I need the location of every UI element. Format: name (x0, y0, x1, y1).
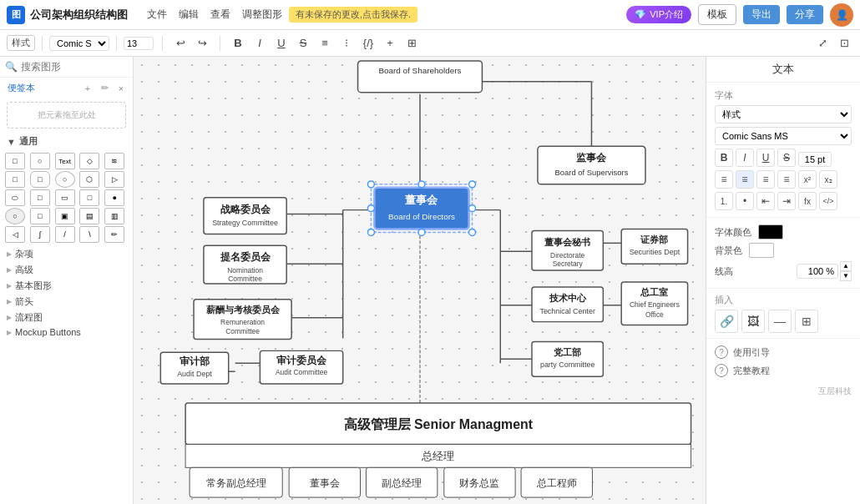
insert-hr-button[interactable]: — (768, 310, 792, 333)
font-style-selector[interactable]: 样式 (715, 105, 852, 123)
rp-bold-button[interactable]: B (715, 149, 733, 167)
avatar[interactable]: 👤 (830, 3, 853, 27)
section-mockup[interactable]: Mockup Buttons (7, 325, 126, 339)
font-color-swatch[interactable] (758, 224, 783, 239)
align-button[interactable]: ≡ (316, 34, 334, 53)
shape-ellipse[interactable]: ○ (55, 171, 75, 188)
section-arrows[interactable]: 箭头 (7, 294, 126, 310)
rp-list-ordered-button[interactable]: 1. (715, 192, 733, 210)
collapse-button[interactable]: ⊡ (835, 34, 853, 53)
insert-table-button[interactable]: ⊞ (795, 310, 818, 333)
rp-underline-button[interactable]: U (756, 149, 775, 167)
fullscreen-button[interactable]: ⤢ (813, 34, 832, 53)
insert-button[interactable]: + (381, 34, 399, 53)
right-panel-title: 文本 (706, 57, 860, 83)
shape-rect9[interactable]: ▤ (79, 208, 99, 224)
section-flowchart[interactable]: 流程图 (7, 310, 126, 325)
menu-edit[interactable]: 编辑 (179, 8, 199, 22)
help-tutorial-item[interactable]: ? 完整教程 (715, 364, 852, 377)
shape-curve[interactable]: ∫ (30, 226, 50, 243)
rp-strikethrough-button[interactable]: S (777, 149, 796, 167)
insert-image-button[interactable]: 🖼 (741, 310, 765, 333)
rp-formula-button[interactable]: fx (798, 192, 817, 210)
svg-text:薪酬与考核委员会: 薪酬与考核委员会 (206, 305, 281, 315)
bold-button[interactable]: B (229, 34, 247, 53)
shape-rect7[interactable]: □ (30, 208, 50, 224)
font-family-selector[interactable]: Comic S (49, 36, 109, 51)
shape-rect2[interactable]: □ (5, 171, 25, 188)
line-height-input[interactable] (797, 264, 838, 279)
svg-text:Directorate: Directorate (550, 251, 585, 260)
shape-text[interactable]: Text (55, 153, 75, 169)
rp-font-size-input[interactable] (798, 152, 832, 167)
svg-text:Chief Engineers: Chief Engineers (630, 300, 680, 309)
panel-edit-icon[interactable]: ✏ (98, 82, 111, 95)
svg-text:总经理: 总经理 (421, 450, 454, 462)
shape-rect[interactable]: □ (5, 153, 25, 169)
list-style-button[interactable]: ⁝ (337, 34, 356, 53)
shape-arrow-left[interactable]: ◁ (5, 226, 25, 243)
vip-button[interactable]: 💎 VIP介绍 (626, 6, 691, 23)
shape-circle[interactable]: ○ (30, 153, 50, 169)
menu-view[interactable]: 查看 (210, 8, 230, 22)
rp-superscript-button[interactable]: x² (798, 170, 817, 189)
rp-list-unordered-button[interactable]: • (736, 192, 754, 210)
shape-arrow-right[interactable]: ▷ (104, 171, 124, 188)
rp-align-left-button[interactable]: ≡ (715, 170, 733, 189)
rp-indent-decrease-button[interactable]: ⇤ (756, 192, 775, 210)
table-button[interactable]: ⊞ (402, 34, 421, 53)
section-misc[interactable]: 杂项 (7, 246, 126, 262)
shape-rect5[interactable]: ▭ (55, 189, 75, 206)
rp-align-center-button[interactable]: ≡ (736, 170, 754, 189)
font-size-input[interactable] (124, 37, 154, 50)
line-height-up-button[interactable]: ▲ (840, 261, 852, 271)
rp-indent-increase-button[interactable]: ⇥ (777, 192, 796, 210)
export-button[interactable]: 导出 (743, 5, 780, 24)
style-selector[interactable]: 样式 (7, 35, 35, 51)
section-basic-shapes[interactable]: 基本图形 (7, 278, 126, 294)
shape-rect4[interactable]: □ (30, 189, 50, 206)
shape-hexagon[interactable]: ⬡ (79, 171, 99, 188)
svg-text:战略委员会: 战略委员会 (220, 204, 271, 215)
section-advanced[interactable]: 高级 (7, 262, 126, 278)
panel-add-icon[interactable]: + (81, 82, 94, 95)
shape-circle2[interactable]: ● (104, 189, 124, 206)
line-height-down-button[interactable]: ▼ (840, 271, 852, 281)
shape-circle3[interactable]: ○ (5, 208, 25, 224)
menu-adjust[interactable]: 调整图形 (242, 8, 282, 22)
undo-button[interactable]: ↩ (171, 34, 190, 53)
template-button[interactable]: 模板 (698, 4, 736, 25)
shape-rect10[interactable]: ▥ (104, 208, 124, 224)
tab-favorites[interactable]: 便签本 (5, 81, 38, 95)
bg-color-swatch[interactable] (749, 243, 774, 258)
rp-align-justify-button[interactable]: ≡ (777, 170, 796, 189)
shape-lines[interactable]: ≋ (104, 153, 124, 169)
underline-button[interactable]: U (272, 34, 291, 53)
shape-diamond[interactable]: ◇ (79, 153, 99, 169)
rp-subscript-button[interactable]: x₂ (819, 170, 837, 189)
shape-line-diag2[interactable]: \ (79, 226, 99, 243)
rp-italic-button[interactable]: I (736, 149, 754, 167)
rp-code-button[interactable]: </> (819, 192, 837, 210)
redo-button[interactable]: ↪ (193, 34, 211, 53)
shape-stadium[interactable]: ⬭ (5, 189, 25, 206)
svg-point-76 (367, 181, 374, 188)
share-button[interactable]: 分享 (787, 5, 823, 24)
insert-link-button[interactable]: 🔗 (715, 310, 738, 333)
shape-line-diag[interactable]: / (55, 226, 75, 243)
unsaved-badge[interactable]: 有未保存的更改,点击我保存. (289, 7, 417, 23)
search-input[interactable] (21, 61, 134, 73)
code-button[interactable]: {/} (359, 34, 377, 53)
menu-file[interactable]: 文件 (147, 8, 167, 22)
shape-pencil[interactable]: ✏ (104, 226, 124, 243)
shape-rect6[interactable]: □ (79, 189, 99, 206)
italic-button[interactable]: I (250, 34, 269, 53)
rp-align-right-button[interactable]: ≡ (756, 170, 775, 189)
shape-rect3[interactable]: □ (30, 171, 50, 188)
help-guide-item[interactable]: ? 使用引导 (715, 345, 852, 359)
panel-close-icon[interactable]: × (114, 82, 128, 95)
shape-rect8[interactable]: ▣ (55, 208, 75, 224)
strikethrough-button[interactable]: S (294, 34, 312, 53)
font-family-selector[interactable]: Comic Sans MS (715, 127, 852, 145)
section-general[interactable]: ▼ 通用 (0, 132, 133, 151)
